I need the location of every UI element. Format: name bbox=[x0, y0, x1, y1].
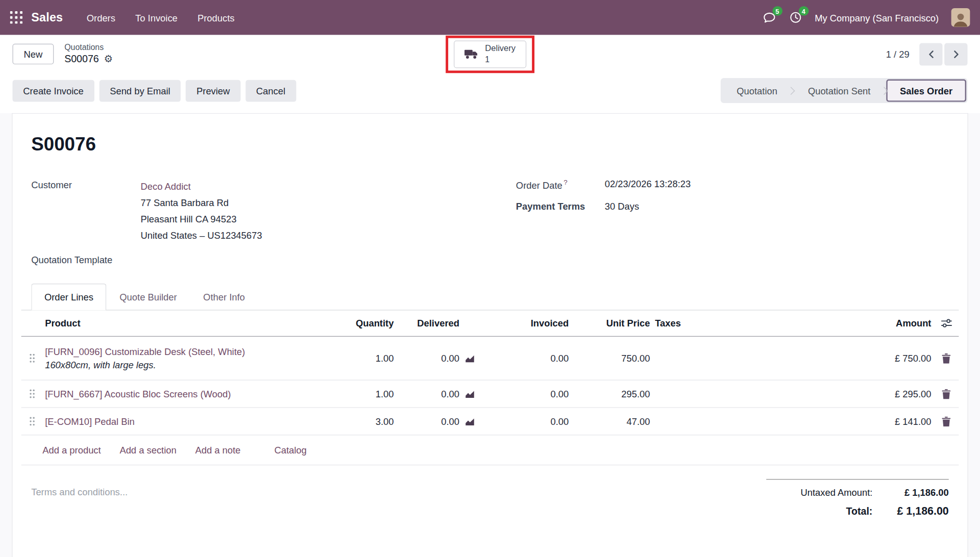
status-quotation-sent[interactable]: Quotation Sent bbox=[793, 78, 886, 103]
app-name[interactable]: Sales bbox=[31, 11, 63, 24]
taxes-cell[interactable] bbox=[652, 386, 758, 402]
messages-button[interactable]: 5 bbox=[762, 11, 776, 24]
optional-columns-icon[interactable] bbox=[934, 311, 959, 336]
invoiced-cell[interactable]: 0.00 bbox=[478, 343, 572, 373]
delivery-label: Delivery bbox=[485, 43, 516, 54]
preview-button[interactable]: Preview bbox=[186, 80, 240, 102]
drag-handle[interactable] bbox=[21, 344, 43, 372]
delivered-cell: 0.00 bbox=[396, 381, 477, 408]
quantity-cell[interactable]: 1.00 bbox=[321, 381, 396, 408]
delivery-count: 1 bbox=[485, 54, 489, 65]
totals-block: Untaxed Amount: £ 1,186.00 Total: £ 1,18… bbox=[766, 479, 949, 524]
drag-handle[interactable] bbox=[21, 409, 43, 434]
invoiced-cell[interactable]: 0.00 bbox=[478, 408, 572, 435]
create-invoice-button[interactable]: Create Invoice bbox=[12, 80, 94, 102]
gear-icon[interactable]: ⚙ bbox=[104, 54, 113, 64]
order-lines-table: Product Quantity Delivered Invoiced Unit… bbox=[21, 311, 959, 466]
forecast-chart-icon[interactable] bbox=[465, 389, 475, 398]
customer-value: Deco Addict 77 Santa Barbara Rd Pleasant… bbox=[141, 179, 262, 243]
payment-terms-value[interactable]: 30 Days bbox=[605, 201, 639, 212]
navbar-left: Sales bbox=[10, 11, 63, 24]
apps-grid-icon[interactable] bbox=[10, 11, 22, 23]
forecast-chart-icon[interactable] bbox=[465, 417, 475, 425]
product-link[interactable]: [E-COM10] Pedal Bin bbox=[45, 416, 135, 427]
taxes-cell[interactable] bbox=[652, 413, 758, 429]
tab-quote-builder[interactable]: Quote Builder bbox=[107, 284, 190, 311]
new-button[interactable]: New bbox=[12, 44, 54, 64]
pager: 1 / 29 bbox=[886, 43, 968, 65]
amount-cell: £ 750.00 bbox=[759, 343, 934, 373]
invoiced-cell[interactable]: 0.00 bbox=[478, 381, 572, 408]
delivery-smart-button[interactable]: Delivery 1 bbox=[454, 40, 526, 68]
order-date-label: Order Date? bbox=[516, 179, 605, 190]
payment-terms-label: Payment Terms bbox=[516, 201, 605, 212]
forecast-chart-icon[interactable] bbox=[465, 354, 475, 363]
quantity-cell[interactable]: 3.00 bbox=[321, 408, 396, 435]
user-avatar[interactable] bbox=[951, 8, 970, 27]
add-note-link[interactable]: Add a note bbox=[195, 445, 240, 455]
delete-row-icon[interactable] bbox=[934, 408, 959, 434]
help-icon: ? bbox=[564, 179, 568, 186]
delivered-column-header: Delivered bbox=[396, 311, 477, 336]
delivered-value[interactable]: 0.00 bbox=[441, 416, 459, 427]
product-description[interactable]: 160x80cm, with large legs. bbox=[45, 360, 318, 370]
status-sales-order[interactable]: Sales Order bbox=[886, 80, 966, 102]
menu-to-invoice[interactable]: To Invoice bbox=[135, 12, 178, 23]
sheet-background: S00076 Customer Deco Addict 77 Santa Bar… bbox=[0, 113, 980, 557]
tab-other-info[interactable]: Other Info bbox=[190, 284, 258, 311]
delivered-cell: 0.00 bbox=[396, 343, 477, 373]
status-quotation[interactable]: Quotation bbox=[722, 78, 792, 103]
cancel-button[interactable]: Cancel bbox=[246, 80, 296, 102]
delivered-value[interactable]: 0.00 bbox=[441, 353, 459, 364]
taxes-cell[interactable] bbox=[652, 349, 758, 368]
add-section-link[interactable]: Add a section bbox=[119, 445, 176, 455]
amount-column-header: Amount bbox=[759, 311, 934, 336]
activities-button[interactable]: 4 bbox=[789, 11, 802, 24]
order-date-value[interactable]: 02/23/2026 13:28:23 bbox=[605, 179, 691, 190]
amount-cell: £ 295.00 bbox=[759, 381, 934, 408]
pager-next-button[interactable] bbox=[944, 43, 967, 65]
terms-placeholder[interactable]: Terms and conditions... bbox=[31, 487, 128, 497]
catalog-link[interactable]: Catalog bbox=[274, 445, 306, 455]
delivered-cell: 0.00 bbox=[396, 408, 477, 435]
pager-previous-button[interactable] bbox=[919, 43, 942, 65]
company-switcher[interactable]: My Company (San Francisco) bbox=[815, 12, 939, 23]
handle-column-header bbox=[21, 316, 43, 331]
invoiced-column-header: Invoiced bbox=[478, 311, 572, 336]
table-row: [FURN_6667] Acoustic Bloc Screens (Wood)… bbox=[21, 381, 959, 408]
breadcrumb: Quotations S00076 ⚙ bbox=[64, 42, 113, 66]
product-column-header: Product bbox=[42, 311, 321, 336]
pager-value[interactable]: 1 / 29 bbox=[886, 49, 910, 60]
activities-badge: 4 bbox=[799, 6, 808, 15]
action-bar: Create Invoice Send by Email Preview Can… bbox=[0, 73, 980, 113]
delivered-value[interactable]: 0.00 bbox=[441, 389, 459, 399]
add-product-link[interactable]: Add a product bbox=[42, 445, 101, 455]
menu-orders[interactable]: Orders bbox=[87, 12, 115, 23]
quotation-template-label: Quotation Template bbox=[31, 254, 140, 265]
delete-row-icon[interactable] bbox=[934, 344, 959, 372]
product-link[interactable]: [FURN_6667] Acoustic Bloc Screens (Wood) bbox=[45, 389, 231, 399]
form-sheet: S00076 Customer Deco Addict 77 Santa Bar… bbox=[12, 113, 968, 557]
form-fields: Customer Deco Addict 77 Santa Barbara Rd… bbox=[31, 179, 949, 265]
unit-price-cell[interactable]: 295.00 bbox=[571, 381, 652, 408]
delete-row-icon[interactable] bbox=[934, 381, 959, 407]
sheet-bottom: Terms and conditions... Untaxed Amount: … bbox=[21, 465, 959, 524]
product-link[interactable]: [FURN_0096] Customizable Desk (Steel, Wh… bbox=[45, 346, 245, 357]
send-by-email-button[interactable]: Send by Email bbox=[99, 80, 181, 102]
app-window: Sales Orders To Invoice Products 5 4 My … bbox=[0, 0, 980, 557]
unit-price-cell[interactable]: 750.00 bbox=[571, 343, 652, 373]
payment-terms-field: Payment Terms 30 Days bbox=[516, 201, 949, 212]
drag-handle[interactable] bbox=[21, 381, 43, 407]
quantity-cell[interactable]: 1.00 bbox=[321, 343, 396, 373]
breadcrumb-quotations[interactable]: Quotations bbox=[64, 42, 113, 53]
customer-link[interactable]: Deco Addict bbox=[141, 181, 191, 192]
tab-order-lines[interactable]: Order Lines bbox=[31, 284, 106, 311]
menu-products[interactable]: Products bbox=[198, 12, 234, 23]
top-navbar: Sales Orders To Invoice Products 5 4 My … bbox=[0, 0, 980, 35]
quotation-template-field[interactable]: Quotation Template bbox=[31, 254, 516, 265]
unit-price-cell[interactable]: 47.00 bbox=[571, 408, 652, 435]
breadcrumb-current: S00076 ⚙ bbox=[64, 53, 113, 66]
customer-address-line1: 77 Santa Barbara Rd bbox=[141, 195, 262, 211]
product-cell: [E-COM10] Pedal Bin bbox=[42, 408, 321, 435]
customer-label: Customer bbox=[31, 179, 140, 243]
